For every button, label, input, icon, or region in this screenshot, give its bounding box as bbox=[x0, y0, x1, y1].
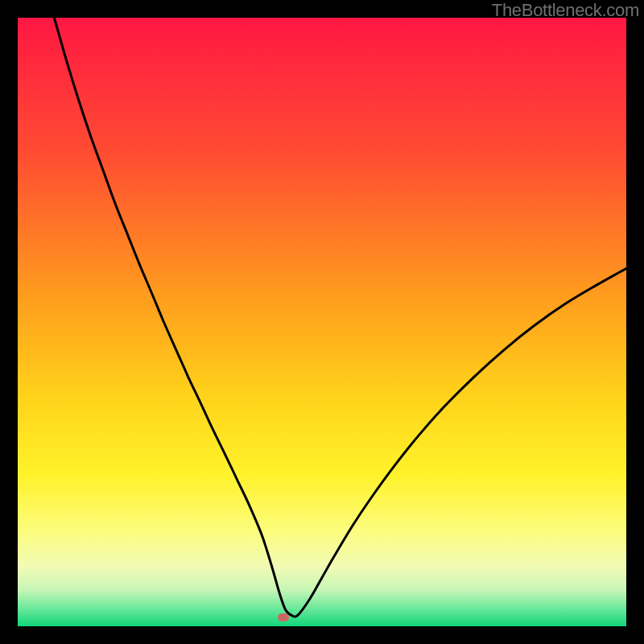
chart-frame: TheBottleneck.com bbox=[0, 0, 644, 644]
bottleneck-curve bbox=[18, 18, 626, 626]
attribution-text: TheBottleneck.com bbox=[492, 0, 639, 21]
optimal-point-marker bbox=[278, 613, 289, 621]
plot-area bbox=[18, 18, 626, 626]
